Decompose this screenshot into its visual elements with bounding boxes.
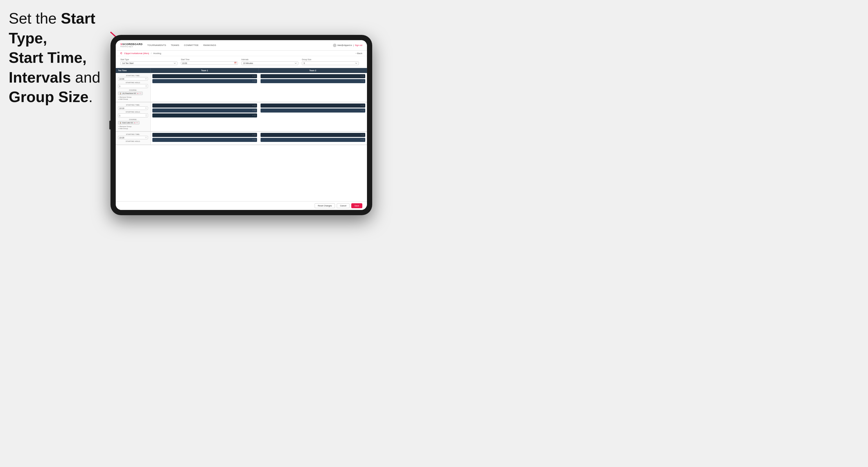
- starting-hole-input-1[interactable]: [119, 85, 145, 87]
- player-row: × ⊙: [260, 79, 365, 83]
- clock-icon-2: ⊙: [145, 107, 147, 109]
- team1-col-3: × ⊙ × ⊙: [151, 132, 259, 145]
- nav-teams[interactable]: TEAMS: [171, 44, 179, 46]
- player-remove-icon[interactable]: × ⊙: [252, 75, 256, 77]
- player-row: × ⊙: [152, 133, 257, 137]
- starting-time-input-1[interactable]: [119, 78, 145, 80]
- breadcrumb: C Clippd Invitational (Men) / Hosting: [120, 52, 161, 55]
- sign-out-link[interactable]: Sign out: [355, 44, 362, 46]
- breadcrumb-bar: C Clippd Invitational (Men) / Hosting ‹ …: [116, 51, 367, 56]
- player-remove-icon[interactable]: × ⊙: [361, 104, 364, 107]
- bold-start-time: Start Time,: [9, 49, 87, 66]
- add-group-link-1[interactable]: + Add Group: [118, 98, 148, 100]
- player-row: × ⊙: [152, 74, 257, 78]
- navbar: SSCOREBOARD Powered by clipp.io TOURNAME…: [116, 40, 367, 51]
- save-button[interactable]: Save: [351, 203, 362, 208]
- group-size-label: Group Size: [302, 58, 359, 61]
- player-row: × ⊙: [260, 133, 365, 137]
- table-header: Tee Time Team 1 Team 2: [116, 68, 367, 73]
- player-remove-icon[interactable]: × ⊙: [252, 139, 256, 141]
- add-group-link-2[interactable]: + Add Group: [118, 128, 148, 129]
- starting-time-label-3: STARTING TIME:: [118, 133, 148, 135]
- player-remove-icon[interactable]: × ⊙: [361, 75, 364, 77]
- course-icon-1: 🏌: [120, 92, 122, 94]
- nav-rankings[interactable]: RANKINGS: [203, 44, 216, 46]
- group-size-select[interactable]: 3 2 4: [302, 61, 359, 65]
- player-remove-icon[interactable]: × ⊙: [361, 109, 364, 112]
- col-tee-time: Tee Time: [116, 68, 151, 73]
- team2-col-2: × ⊙ × ⊙: [259, 102, 367, 131]
- stepper-arrows-1: ▲▼: [145, 85, 147, 88]
- player-row: × ⊙: [260, 74, 365, 78]
- reset-changes-button[interactable]: Reset Changes: [315, 203, 335, 208]
- starting-time-input-2-wrap: ⊙: [118, 106, 148, 110]
- course-expand-1[interactable]: ⋯: [139, 92, 141, 94]
- player-remove-icon[interactable]: × ⊙: [252, 104, 256, 107]
- starting-time-input-1-wrap: ⊙: [118, 77, 148, 81]
- group-2-left: STARTING TIME: ⊙ STARTING HOLE: ▲▼ COURS…: [116, 102, 151, 131]
- tablet-frame: SSCOREBOARD Powered by clipp.io TOURNAME…: [111, 35, 372, 215]
- clock-icon: ⏰: [234, 62, 237, 64]
- starting-time-input-2[interactable]: [119, 107, 145, 109]
- player-remove-icon[interactable]: × ⊙: [252, 80, 256, 82]
- course-tag-1: 🏌 (A) Peachtree GC × ⋯: [118, 92, 143, 95]
- table-row: STARTING TIME: ⊙ STARTING HOLE: ▲▼ COURS…: [116, 102, 367, 132]
- player-remove-icon[interactable]: × ⊙: [252, 114, 256, 117]
- player-row: × ⊙: [152, 138, 257, 142]
- back-button[interactable]: ‹ Back: [355, 52, 362, 55]
- intervals-select[interactable]: 10 Minutes 8 Minutes 12 Minutes: [241, 61, 298, 65]
- course-field-1: 🏌 (A) Peachtree GC × ⋯: [118, 92, 148, 95]
- start-type-select[interactable]: 1st Tee Start Shotgun Start: [120, 61, 177, 65]
- course-remove-1[interactable]: ×: [137, 92, 138, 94]
- course-tag-2: 🏌 East Lake GC × ⋯: [118, 121, 140, 124]
- nav-committee[interactable]: COMMITTEE: [184, 44, 199, 46]
- remove-group-link-1[interactable]: ○ Remove Group: [118, 96, 148, 98]
- group-3-left: STARTING TIME: ⊙ STARTING HOLE:: [116, 132, 151, 145]
- group-1-left: STARTING TIME: ⊙ STARTING HOLE: ▲▼ COURS…: [116, 73, 151, 102]
- instruction-text: Set the Start Type, Start Time, Interval…: [9, 9, 102, 107]
- starting-hole-wrap-2: ▲▼: [118, 114, 148, 118]
- nav-user: blair@clipped.io | Sign out: [333, 43, 362, 47]
- player-row: × ⊙: [260, 108, 365, 113]
- bold-intervals: Intervals: [9, 69, 71, 86]
- tournament-breadcrumb[interactable]: Clippd Invitational (Men): [124, 52, 149, 55]
- avatar: [333, 43, 336, 47]
- footer-bar: Reset Changes Cancel Save: [116, 201, 367, 210]
- action-links-2: ○ Remove Group + Add Group: [118, 126, 148, 129]
- starting-time-input-3-wrap: ⊙: [118, 136, 148, 139]
- player-row: × ⊙: [152, 79, 257, 83]
- tablet-nub: [109, 121, 111, 129]
- player-remove-icon[interactable]: × ⊙: [361, 139, 364, 141]
- starting-hole-input-2[interactable]: [119, 115, 145, 117]
- player-row: × ⊙: [152, 114, 257, 118]
- cancel-button[interactable]: Cancel: [337, 203, 349, 208]
- starting-hole-label-3: STARTING HOLE:: [118, 141, 148, 142]
- table-row: STARTING TIME: ⊙ STARTING HOLE: × ⊙ × ⊙: [116, 132, 367, 145]
- player-remove-icon[interactable]: × ⊙: [361, 134, 364, 136]
- course-name-1: (A) Peachtree GC: [122, 92, 136, 94]
- player-remove-icon[interactable]: × ⊙: [252, 134, 256, 136]
- start-time-input-wrap: ⏰: [181, 61, 238, 65]
- start-time-group: Start Time ⏰: [181, 58, 241, 66]
- logo-subtitle: Powered by clipp.io: [120, 45, 143, 48]
- start-time-input[interactable]: [182, 62, 234, 64]
- intervals-label: Intervals: [241, 58, 298, 61]
- nav-tournaments[interactable]: TOURNAMENTS: [148, 44, 166, 46]
- starting-time-input-3[interactable]: [119, 137, 145, 139]
- course-field-2: 🏌 East Lake GC × ⋯: [118, 121, 148, 124]
- course-label-1: COURSE:: [118, 89, 148, 91]
- course-icon-2: 🏌: [120, 122, 122, 124]
- breadcrumb-hosting: Hosting: [153, 52, 161, 55]
- user-email: blair@clipped.io: [338, 44, 352, 46]
- clock-icon-3: ⊙: [145, 136, 147, 139]
- player-remove-icon[interactable]: × ⊙: [361, 80, 364, 82]
- course-remove-2[interactable]: ×: [134, 122, 135, 124]
- table-row: STARTING TIME: ⊙ STARTING HOLE: ▲▼ COURS…: [116, 73, 367, 102]
- course-expand-2[interactable]: ⋯: [136, 122, 138, 124]
- logo: SSCOREBOARD Powered by clipp.io: [120, 43, 143, 48]
- col-team2: Team 2: [259, 68, 367, 73]
- player-remove-icon[interactable]: × ⊙: [252, 109, 256, 112]
- team1-col-1: × ⊙ × ⊙: [151, 73, 259, 102]
- team2-col-1: × ⊙ × ⊙: [259, 73, 367, 102]
- remove-group-link-2[interactable]: ○ Remove Group: [118, 126, 148, 127]
